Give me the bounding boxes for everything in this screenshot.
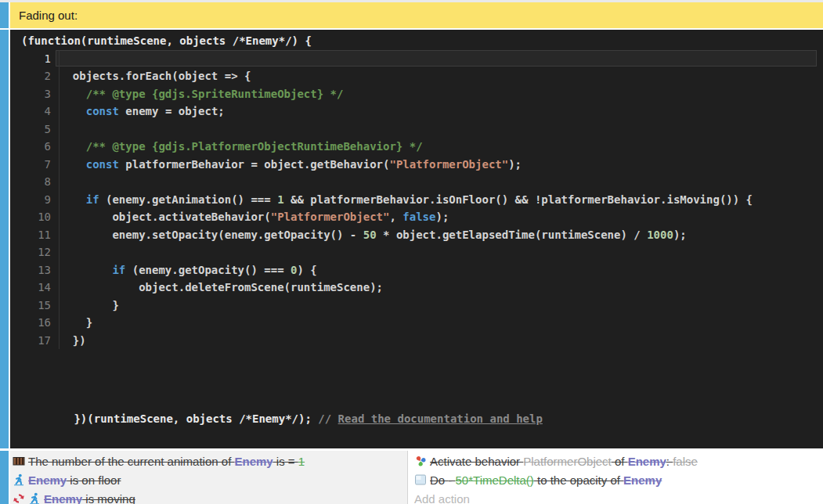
- code-line: 14 object.deleteFromScene(runtimeScene);: [21, 279, 818, 297]
- line-number: 12: [21, 243, 51, 261]
- line-number: 16: [21, 314, 51, 332]
- code-text: if (enemy.getOpacity() === 0) {: [51, 261, 317, 279]
- action-text-segment: to the opacity of: [534, 473, 623, 487]
- inverted-condition-icon: [13, 492, 25, 504]
- code-line: 10 object.activateBehavior("PlatformerOb…: [21, 208, 818, 226]
- action-text-segment: -: [448, 473, 455, 487]
- event-columns: The number of the current animation of E…: [10, 451, 823, 504]
- code-token: if: [86, 193, 99, 206]
- standard-event-row: The number of the current animation of E…: [0, 451, 823, 504]
- current-line-highlight: [56, 50, 817, 67]
- line-number: 15: [21, 297, 51, 315]
- condition-row[interactable]: Enemy is on floor: [13, 470, 407, 489]
- opacity-icon: [414, 473, 427, 486]
- line-number: 3: [21, 85, 51, 103]
- code-token: );: [673, 229, 687, 241]
- code-token: 1: [277, 193, 283, 206]
- condition-row[interactable]: The number of the current animation of E…: [13, 452, 407, 470]
- code-text: object.activateBehavior("PlatformerObjec…: [51, 208, 449, 226]
- code-token: enemy = object;: [119, 105, 225, 117]
- code-line: 9 if (enemy.getAnimation() === 1 && plat…: [21, 191, 818, 209]
- code-line: 1: [21, 50, 818, 68]
- action-text-segment: of: [612, 455, 628, 468]
- code-line: 3 /** @type {gdjs.SpriteRuntimeObject} *…: [21, 85, 818, 103]
- condition-text-segment: Enemy: [28, 473, 67, 487]
- code-text: }: [51, 314, 92, 332]
- comment-event-row[interactable]: Fading out:: [0, 2, 823, 28]
- code-token: [60, 264, 112, 276]
- code-token: 50: [363, 229, 377, 241]
- comment-banner[interactable]: Fading out:: [10, 2, 823, 28]
- action-row[interactable]: Do - 50*TimeDelta() to the opacity of En…: [414, 470, 823, 489]
- add-action-button[interactable]: Add action: [414, 489, 823, 504]
- code-token: );: [508, 158, 522, 171]
- code-token: (enemy.getAnimation() ===: [99, 193, 278, 206]
- action-row[interactable]: Activate behavior PlatformerObject of En…: [414, 452, 823, 470]
- platformer-icon: [13, 473, 25, 486]
- code-token: [60, 105, 86, 117]
- js-code-event-row: (function(runtimeScene, objects /*Enemy*…: [0, 30, 823, 448]
- code-token: object.activateBehavior(: [60, 211, 271, 223]
- code-wrapper-footer: })(runtimeScene, objects /*Enemy*/); // …: [21, 393, 818, 446]
- code-token: platformerBehavior = object.getBehavior(: [119, 158, 390, 171]
- code-token: [60, 88, 86, 100]
- event-selection-bar: [0, 30, 9, 448]
- code-text: [51, 173, 60, 191]
- action-text-segment: Enemy: [623, 473, 662, 487]
- code-line: 17 }): [21, 332, 818, 350]
- line-number: 2: [21, 67, 51, 85]
- conditions-column: The number of the current animation of E…: [10, 451, 407, 504]
- code-token: objects.forEach(object => {: [60, 70, 251, 82]
- line-number: 11: [21, 226, 51, 244]
- code-token: enemy.setOpacity(enemy.getOpacity() -: [60, 229, 363, 241]
- line-number: 10: [21, 208, 51, 226]
- condition-text-segment: is =: [273, 455, 298, 468]
- code-token: );: [435, 211, 449, 223]
- event-selection-bar: [0, 2, 9, 28]
- line-number: 4: [21, 103, 51, 121]
- code-token: "PlatformerObject": [271, 211, 390, 223]
- code-text: if (enemy.getAnimation() === 1 && platfo…: [51, 191, 753, 209]
- line-number: 13: [21, 261, 51, 279]
- action-text-segment: Enemy: [628, 455, 666, 468]
- code-token: [60, 158, 86, 171]
- code-line: 4 const enemy = object;: [21, 103, 818, 121]
- code-line: 11 enemy.setOpacity(enemy.getOpacity() -…: [21, 226, 818, 244]
- action-text-segment: Activate behavior: [430, 455, 523, 468]
- behavior-icon: [414, 455, 427, 467]
- action-text-segment: PlatformerObject: [523, 455, 612, 468]
- code-text: }: [51, 297, 119, 315]
- code-token: * object.getElapsedTime(runtimeScene) /: [377, 229, 648, 241]
- code-token: ,: [389, 211, 402, 223]
- code-token: const: [86, 105, 119, 117]
- code-token: ) {: [297, 264, 316, 276]
- line-number: 14: [21, 279, 51, 297]
- js-code-editor[interactable]: (function(runtimeScene, objects /*Enemy*…: [10, 30, 823, 448]
- comment-banner-label: Fading out:: [19, 9, 78, 22]
- event-selection-bar: [0, 451, 9, 504]
- action-text-segment: false: [673, 455, 698, 468]
- code-line: 16 }: [21, 314, 818, 332]
- code-token: }: [60, 316, 92, 329]
- line-number: 6: [21, 138, 51, 156]
- code-token: }: [60, 299, 119, 311]
- action-text-segment: 50*TimeDelta(): [456, 473, 534, 487]
- condition-text-segment: Enemy: [234, 455, 273, 468]
- action-text-segment: Do: [430, 473, 448, 487]
- code-token: const: [86, 158, 119, 171]
- code-text: enemy.setOpacity(enemy.getOpacity() - 50…: [51, 226, 687, 244]
- code-text: [51, 243, 60, 261]
- code-text: const platformerBehavior = object.getBeh…: [51, 156, 522, 174]
- code-text: [51, 50, 60, 68]
- comment-slashes: //: [318, 412, 338, 425]
- code-token: (enemy.getOpacity() ===: [125, 264, 291, 276]
- code-token: if: [112, 264, 125, 276]
- line-number: 9: [21, 191, 51, 209]
- line-number: 5: [21, 121, 51, 139]
- documentation-link[interactable]: Read the documentation and help: [338, 412, 543, 425]
- code-token: [60, 193, 86, 206]
- platformer-icon: [28, 492, 41, 504]
- code-wrapper-footer-code: })(runtimeScene, objects /*Enemy*/);: [74, 412, 318, 425]
- condition-row[interactable]: Enemy is moving: [13, 489, 407, 504]
- code-token: /** @type {gdjs.SpriteRuntimeObject} */: [86, 88, 344, 100]
